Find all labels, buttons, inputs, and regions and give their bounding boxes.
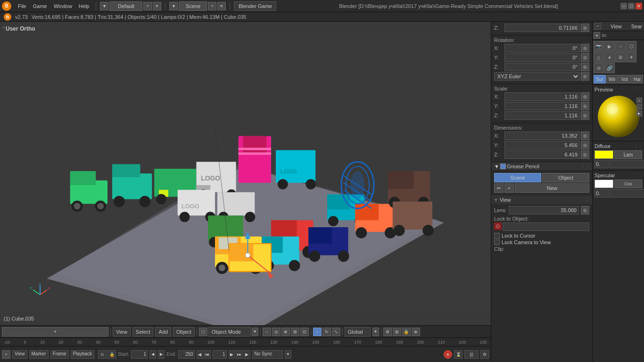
rot-x-input[interactable]	[504, 44, 580, 52]
mode-icon[interactable]: ⬡	[199, 328, 207, 336]
sphere-btn2[interactable]: -	[636, 104, 642, 110]
render-mesh[interactable]: △	[594, 52, 604, 62]
start-next[interactable]: ▶	[158, 350, 165, 359]
shader-wir[interactable]: Wir	[606, 75, 619, 83]
scene-plus-btn[interactable]: +	[208, 2, 216, 10]
current-frame-input[interactable]	[213, 350, 227, 359]
grease-plus-icon[interactable]: +	[504, 183, 514, 193]
lock-cursor-checkbox[interactable]	[494, 233, 500, 239]
maximize-button[interactable]: □	[628, 3, 635, 9]
timeline-icon1[interactable]: ⊙	[98, 350, 107, 359]
render-camera[interactable]: 📷	[594, 41, 604, 51]
diffuse-shader-select[interactable]: Lam	[614, 150, 642, 159]
transform-icon1[interactable]: ↔	[313, 328, 322, 336]
dim-z-btn[interactable]: ◎	[581, 150, 589, 159]
minimize-button[interactable]: ─	[620, 3, 627, 9]
select-menu[interactable]: Select	[132, 327, 154, 337]
end-frame-input[interactable]	[178, 350, 195, 359]
transform-icon2[interactable]: ↻	[322, 328, 331, 336]
render-const[interactable]: 🔗	[604, 63, 615, 73]
spec-shader-select[interactable]: Coo	[614, 180, 642, 188]
render-mat[interactable]: ●	[604, 52, 615, 62]
loc-z-input[interactable]	[504, 24, 580, 32]
vpicon1[interactable]: ○	[263, 328, 271, 336]
rot-y-input[interactable]	[504, 53, 580, 62]
vpicon2[interactable]: ◎	[272, 328, 281, 336]
dim-z-input[interactable]	[504, 150, 580, 159]
timeline-frame[interactable]: Frame	[50, 350, 69, 359]
dim-x-input[interactable]	[504, 132, 580, 140]
grease-scene-btn[interactable]: Scene	[494, 173, 541, 182]
scale-y-btn[interactable]: ◎	[581, 102, 589, 110]
shader-vol[interactable]: Vol	[619, 75, 631, 83]
scale-z-input[interactable]	[504, 111, 580, 120]
timeline-playback[interactable]: Playback	[71, 350, 95, 359]
keyframe-btn[interactable]: ⌛	[454, 350, 462, 359]
prev-btn[interactable]: ◀	[197, 350, 203, 359]
start-prev[interactable]: ◀	[149, 350, 156, 359]
timeline-view[interactable]: View	[12, 350, 27, 359]
menu-file[interactable]: File	[15, 2, 29, 10]
layout-expand-btn[interactable]: ▼	[100, 2, 108, 10]
timeline-corner[interactable]: +	[2, 350, 10, 359]
menu-help[interactable]: Help	[76, 2, 92, 10]
scene-expand-btn[interactable]: ▼	[169, 2, 178, 10]
rot-x-btn[interactable]: ◎	[581, 44, 589, 52]
scale-x-btn[interactable]: ◎	[581, 92, 589, 101]
lens-btn[interactable]: ◎	[581, 206, 589, 214]
sync-dropdown[interactable]: ▼	[285, 350, 291, 359]
dim-x-btn[interactable]: ◎	[581, 132, 589, 140]
menu-window[interactable]: Window	[51, 2, 75, 10]
render-obj[interactable]: ⬡	[626, 41, 636, 51]
view-section-header[interactable]: ▼ View ⋮⋮	[491, 196, 592, 204]
rot-z-btn[interactable]: ◎	[581, 63, 589, 71]
lens-input[interactable]	[509, 206, 579, 214]
global-select[interactable]: Global	[345, 327, 371, 337]
rbtn3[interactable]: 🔒	[402, 328, 411, 336]
mode-dropdown[interactable]: ▼	[252, 328, 258, 336]
layout-plus-btn[interactable]: +	[143, 2, 152, 10]
timeline-marker[interactable]: Marker	[29, 350, 49, 359]
grease-checkbox[interactable]	[500, 164, 506, 169]
layout-x-btn[interactable]: ✕	[153, 2, 161, 10]
rbtn1[interactable]: ⚙	[383, 328, 392, 336]
close-button[interactable]: ✕	[636, 3, 642, 9]
scene-view[interactable]: LOGO LOGO LOGO	[0, 22, 491, 325]
vpicon5[interactable]: ⊡	[300, 328, 309, 336]
view-menu[interactable]: View	[113, 327, 131, 337]
scale-z-btn[interactable]: ◎	[581, 111, 589, 120]
timeline-lock[interactable]: 🔒	[107, 350, 116, 359]
shader-sur[interactable]: Sur	[594, 75, 606, 83]
diffuse-intensity-input[interactable]	[594, 160, 609, 168]
no-sync-select[interactable]: No Sync	[252, 350, 283, 359]
scale-x-input[interactable]	[504, 92, 580, 101]
grease-pencil-header[interactable]: ▼ Grease Pencil ⋮⋮	[491, 162, 592, 171]
sphere-btn1[interactable]: +	[636, 98, 642, 103]
object-menu[interactable]: Object	[173, 327, 195, 337]
layout-select[interactable]: Default	[109, 1, 142, 11]
start-frame-input[interactable]	[131, 350, 148, 359]
record-btn[interactable]: ●	[444, 350, 452, 359]
corner-btn[interactable]: +	[2, 327, 108, 337]
vpicon4[interactable]: ⊞	[291, 328, 299, 336]
render-phys[interactable]: ⊚	[594, 63, 604, 73]
render-tex[interactable]: ⊞	[615, 52, 626, 62]
dim-y-input[interactable]	[504, 141, 580, 149]
diffuse-color-swatch[interactable]	[594, 150, 613, 159]
transform-icon3[interactable]: ⤡	[332, 328, 340, 336]
sphere-btn3[interactable]: ▶	[636, 111, 642, 116]
spec-color-swatch[interactable]	[594, 180, 613, 188]
spec-ra-input[interactable]	[610, 189, 644, 197]
render-part[interactable]: ✦	[626, 52, 636, 62]
mode-select[interactable]: Object Mode	[208, 327, 251, 337]
grease-new-btn[interactable]: New	[515, 183, 589, 193]
stepback-btn[interactable]: ⏮	[204, 350, 211, 359]
viewport[interactable]: + User Ortho	[0, 22, 491, 325]
spec-intensity-input[interactable]	[594, 189, 609, 197]
engine-select[interactable]: Blender Game	[234, 1, 276, 11]
grease-pencil-icon[interactable]: ✏	[494, 183, 504, 193]
stepfwd-btn[interactable]: ⏭	[236, 350, 243, 359]
ol-icon1[interactable]: ▼	[594, 32, 600, 39]
render-world[interactable]: ○	[615, 41, 626, 51]
viewport-corner-btn[interactable]: +	[2, 24, 6, 31]
